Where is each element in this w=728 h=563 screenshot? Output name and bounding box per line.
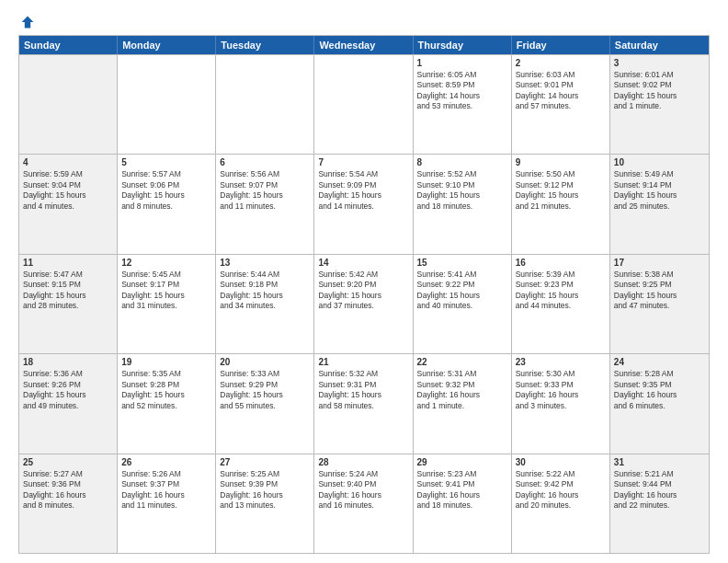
day-info: Sunrise: 5:49 AM Sunset: 9:14 PM Dayligh… xyxy=(614,169,705,212)
day-info: Sunrise: 5:59 AM Sunset: 9:04 PM Dayligh… xyxy=(23,169,113,212)
calendar-cell: 25Sunrise: 5:27 AM Sunset: 9:36 PM Dayli… xyxy=(19,454,118,553)
day-info: Sunrise: 5:54 AM Sunset: 9:09 PM Dayligh… xyxy=(318,169,408,212)
day-info: Sunrise: 5:24 AM Sunset: 9:40 PM Dayligh… xyxy=(318,469,408,511)
day-info: Sunrise: 5:28 AM Sunset: 9:35 PM Dayligh… xyxy=(614,369,705,411)
calendar-cell: 22Sunrise: 5:31 AM Sunset: 9:32 PM Dayli… xyxy=(414,354,512,453)
day-number: 18 xyxy=(23,357,113,367)
day-info: Sunrise: 5:42 AM Sunset: 9:20 PM Dayligh… xyxy=(318,270,408,312)
header-cell-saturday: Saturday xyxy=(610,36,709,54)
calendar-row-0: 1Sunrise: 6:05 AM Sunset: 8:59 PM Daylig… xyxy=(19,54,709,154)
calendar-cell: 13Sunrise: 5:44 AM Sunset: 9:18 PM Dayli… xyxy=(216,255,314,353)
day-info: Sunrise: 6:05 AM Sunset: 8:59 PM Dayligh… xyxy=(417,70,507,112)
day-number: 6 xyxy=(220,157,310,167)
calendar-cell: 9Sunrise: 5:50 AM Sunset: 9:12 PM Daylig… xyxy=(512,155,610,253)
calendar-cell xyxy=(216,55,314,154)
svg-marker-0 xyxy=(22,17,34,29)
calendar-cell: 17Sunrise: 5:38 AM Sunset: 9:25 PM Dayli… xyxy=(610,255,709,353)
calendar-cell xyxy=(118,55,216,154)
day-number: 5 xyxy=(121,157,211,167)
calendar-cell: 2Sunrise: 6:03 AM Sunset: 9:01 PM Daylig… xyxy=(512,55,610,154)
calendar-cell: 14Sunrise: 5:42 AM Sunset: 9:20 PM Dayli… xyxy=(314,255,413,353)
day-number: 8 xyxy=(417,157,507,167)
logo-icon xyxy=(20,15,35,29)
header-cell-tuesday: Tuesday xyxy=(216,36,314,54)
calendar-cell: 15Sunrise: 5:41 AM Sunset: 9:22 PM Dayli… xyxy=(414,255,512,353)
day-number: 31 xyxy=(614,457,705,467)
calendar-row-2: 11Sunrise: 5:47 AM Sunset: 9:15 PM Dayli… xyxy=(19,254,709,353)
day-number: 29 xyxy=(417,457,507,467)
day-info: Sunrise: 5:45 AM Sunset: 9:17 PM Dayligh… xyxy=(121,270,211,312)
day-info: Sunrise: 5:21 AM Sunset: 9:44 PM Dayligh… xyxy=(614,469,705,511)
day-number: 13 xyxy=(220,258,310,268)
day-number: 7 xyxy=(318,157,408,167)
calendar-row-1: 4Sunrise: 5:59 AM Sunset: 9:04 PM Daylig… xyxy=(19,154,709,253)
day-number: 4 xyxy=(23,157,113,167)
day-number: 1 xyxy=(417,58,507,68)
calendar-cell: 16Sunrise: 5:39 AM Sunset: 9:23 PM Dayli… xyxy=(512,255,610,353)
calendar-row-3: 18Sunrise: 5:36 AM Sunset: 9:26 PM Dayli… xyxy=(19,353,709,453)
day-info: Sunrise: 5:23 AM Sunset: 9:41 PM Dayligh… xyxy=(417,469,507,511)
calendar-cell: 30Sunrise: 5:22 AM Sunset: 9:42 PM Dayli… xyxy=(512,454,610,553)
calendar-cell: 23Sunrise: 5:30 AM Sunset: 9:33 PM Dayli… xyxy=(512,354,610,453)
calendar-cell: 1Sunrise: 6:05 AM Sunset: 8:59 PM Daylig… xyxy=(414,55,512,154)
day-info: Sunrise: 6:03 AM Sunset: 9:01 PM Dayligh… xyxy=(516,70,606,112)
day-info: Sunrise: 5:39 AM Sunset: 9:23 PM Dayligh… xyxy=(516,270,606,312)
header-cell-friday: Friday xyxy=(512,36,610,54)
day-number: 24 xyxy=(614,357,705,367)
calendar-cell: 7Sunrise: 5:54 AM Sunset: 9:09 PM Daylig… xyxy=(314,155,413,253)
calendar: SundayMondayTuesdayWednesdayThursdayFrid… xyxy=(18,35,710,554)
day-info: Sunrise: 5:31 AM Sunset: 9:32 PM Dayligh… xyxy=(417,369,507,411)
day-number: 19 xyxy=(121,357,211,367)
day-info: Sunrise: 5:32 AM Sunset: 9:31 PM Dayligh… xyxy=(318,369,408,411)
day-info: Sunrise: 5:26 AM Sunset: 9:37 PM Dayligh… xyxy=(121,469,211,511)
header-cell-thursday: Thursday xyxy=(414,36,512,54)
calendar-cell: 11Sunrise: 5:47 AM Sunset: 9:15 PM Dayli… xyxy=(19,255,118,353)
day-info: Sunrise: 5:36 AM Sunset: 9:26 PM Dayligh… xyxy=(23,369,113,411)
day-number: 23 xyxy=(516,357,606,367)
day-number: 10 xyxy=(614,157,705,167)
logo xyxy=(18,15,35,29)
day-number: 17 xyxy=(614,258,705,268)
day-number: 27 xyxy=(220,457,310,467)
day-number: 3 xyxy=(614,58,705,68)
calendar-cell: 10Sunrise: 5:49 AM Sunset: 9:14 PM Dayli… xyxy=(610,155,709,253)
calendar-cell: 28Sunrise: 5:24 AM Sunset: 9:40 PM Dayli… xyxy=(314,454,413,553)
day-number: 30 xyxy=(516,457,606,467)
day-info: Sunrise: 5:27 AM Sunset: 9:36 PM Dayligh… xyxy=(23,469,113,511)
calendar-cell: 6Sunrise: 5:56 AM Sunset: 9:07 PM Daylig… xyxy=(216,155,314,253)
header-cell-monday: Monday xyxy=(118,36,216,54)
calendar-header: SundayMondayTuesdayWednesdayThursdayFrid… xyxy=(19,36,709,54)
day-info: Sunrise: 5:25 AM Sunset: 9:39 PM Dayligh… xyxy=(220,469,310,511)
day-number: 9 xyxy=(516,157,606,167)
calendar-cell: 8Sunrise: 5:52 AM Sunset: 9:10 PM Daylig… xyxy=(414,155,512,253)
calendar-cell: 21Sunrise: 5:32 AM Sunset: 9:31 PM Dayli… xyxy=(314,354,413,453)
calendar-cell: 18Sunrise: 5:36 AM Sunset: 9:26 PM Dayli… xyxy=(19,354,118,453)
day-info: Sunrise: 6:01 AM Sunset: 9:02 PM Dayligh… xyxy=(614,70,705,112)
day-number: 11 xyxy=(23,258,113,268)
calendar-body: 1Sunrise: 6:05 AM Sunset: 8:59 PM Daylig… xyxy=(19,54,709,553)
calendar-cell: 29Sunrise: 5:23 AM Sunset: 9:41 PM Dayli… xyxy=(414,454,512,553)
header-cell-wednesday: Wednesday xyxy=(314,36,413,54)
calendar-cell: 12Sunrise: 5:45 AM Sunset: 9:17 PM Dayli… xyxy=(118,255,216,353)
day-number: 28 xyxy=(318,457,408,467)
page: SundayMondayTuesdayWednesdayThursdayFrid… xyxy=(0,0,728,563)
calendar-cell: 5Sunrise: 5:57 AM Sunset: 9:06 PM Daylig… xyxy=(118,155,216,253)
calendar-cell: 4Sunrise: 5:59 AM Sunset: 9:04 PM Daylig… xyxy=(19,155,118,253)
calendar-cell: 20Sunrise: 5:33 AM Sunset: 9:29 PM Dayli… xyxy=(216,354,314,453)
day-info: Sunrise: 5:33 AM Sunset: 9:29 PM Dayligh… xyxy=(220,369,310,411)
calendar-row-4: 25Sunrise: 5:27 AM Sunset: 9:36 PM Dayli… xyxy=(19,454,709,553)
day-info: Sunrise: 5:41 AM Sunset: 9:22 PM Dayligh… xyxy=(417,270,507,312)
calendar-cell xyxy=(314,55,413,154)
header-cell-sunday: Sunday xyxy=(19,36,118,54)
day-number: 25 xyxy=(23,457,113,467)
calendar-cell: 27Sunrise: 5:25 AM Sunset: 9:39 PM Dayli… xyxy=(216,454,314,553)
day-info: Sunrise: 5:50 AM Sunset: 9:12 PM Dayligh… xyxy=(516,169,606,212)
calendar-cell: 31Sunrise: 5:21 AM Sunset: 9:44 PM Dayli… xyxy=(610,454,709,553)
calendar-cell: 3Sunrise: 6:01 AM Sunset: 9:02 PM Daylig… xyxy=(610,55,709,154)
day-info: Sunrise: 5:44 AM Sunset: 9:18 PM Dayligh… xyxy=(220,270,310,312)
day-number: 2 xyxy=(516,58,606,68)
header xyxy=(18,15,710,29)
day-info: Sunrise: 5:56 AM Sunset: 9:07 PM Dayligh… xyxy=(220,169,310,212)
day-number: 15 xyxy=(417,258,507,268)
day-info: Sunrise: 5:57 AM Sunset: 9:06 PM Dayligh… xyxy=(121,169,211,212)
